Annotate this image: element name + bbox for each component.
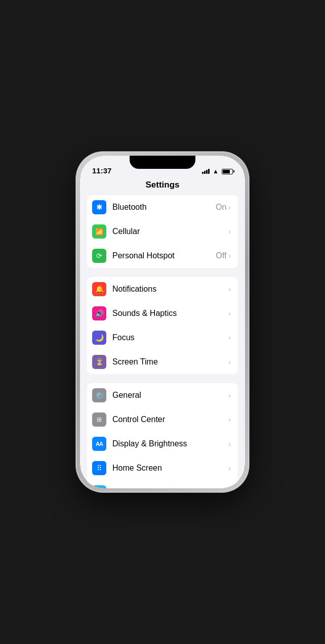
settings-item-home-screen[interactable]: ⠿ Home Screen › [87,456,238,480]
accessibility-label: Accessibility [112,488,228,488]
settings-scroll[interactable]: ✱ Bluetooth On › 📶 Cellular › [80,195,245,488]
chevron-icon: › [228,285,231,293]
chevron-icon: › [228,252,231,260]
signal-icon [202,169,210,174]
chevron-icon: › [228,440,231,448]
phone-inner: 11:37 ▲ Settings [80,156,245,488]
settings-item-accessibility[interactable]: ♿ Accessibility › [87,480,238,488]
chevron-icon: › [228,309,231,317]
notifications-group: 🔔 Notifications › 🔊 Sounds & Haptics › [80,277,245,374]
accessibility-icon: ♿ [92,485,106,488]
chevron-icon: › [228,227,231,236]
settings-item-display[interactable]: AA Display & Brightness › [87,432,238,456]
wifi-icon: ▲ [213,168,219,175]
notch [130,156,195,169]
status-bar: 11:37 ▲ [80,156,245,178]
settings-item-hotspot[interactable]: ⟳ Personal Hotspot Off › [87,244,238,268]
settings-item-screen-time[interactable]: ⏳ Screen Time › [87,350,238,374]
chevron-icon: › [228,416,231,424]
chevron-icon: › [228,464,231,472]
chevron-icon: › [228,203,231,211]
display-icon: AA [92,437,106,451]
hotspot-icon: ⟳ [92,249,106,263]
screen: 11:37 ▲ Settings [80,156,245,488]
connectivity-list: ✱ Bluetooth On › 📶 Cellular › [87,195,238,268]
notifications-icon: 🔔 [92,282,106,296]
home-screen-label: Home Screen [112,464,228,473]
settings-item-control-center[interactable]: ⊞ Control Center › [87,407,238,432]
settings-item-cellular[interactable]: 📶 Cellular › [87,219,238,244]
battery-fill [223,170,230,173]
general-label: General [112,391,228,400]
phone-frame: 11:37 ▲ Settings [76,152,249,492]
battery-icon [222,169,233,174]
settings-item-bluetooth[interactable]: ✱ Bluetooth On › [87,195,238,219]
status-time: 11:37 [92,166,111,175]
hotspot-label: Personal Hotspot [112,251,216,260]
sounds-label: Sounds & Haptics [112,309,228,318]
nav-header: Settings [80,178,245,195]
cellular-label: Cellular [112,227,228,236]
status-icons: ▲ [202,168,233,175]
focus-icon: 🌙 [92,331,106,345]
notifications-list: 🔔 Notifications › 🔊 Sounds & Haptics › [87,277,238,374]
bluetooth-label: Bluetooth [112,203,216,212]
display-group: ⚙️ General › ⊞ Control Center › [80,383,245,488]
notifications-label: Notifications [112,285,228,294]
chevron-icon: › [228,391,231,399]
settings-item-sounds[interactable]: 🔊 Sounds & Haptics › [87,301,238,326]
bluetooth-icon: ✱ [92,200,106,214]
display-list: ⚙️ General › ⊞ Control Center › [87,383,238,488]
cellular-icon: 📶 [92,224,106,239]
control-center-label: Control Center [112,415,228,424]
bluetooth-value: On [216,203,226,212]
sounds-icon: 🔊 [92,306,106,320]
focus-label: Focus [112,333,228,342]
display-label: Display & Brightness [112,439,228,448]
chevron-icon: › [228,334,231,342]
connectivity-group: ✱ Bluetooth On › 📶 Cellular › [80,195,245,268]
chevron-icon: › [228,358,231,366]
home-screen-icon: ⠿ [92,461,106,475]
control-center-icon: ⊞ [92,412,106,427]
settings-item-general[interactable]: ⚙️ General › [87,383,238,407]
settings-item-notifications[interactable]: 🔔 Notifications › [87,277,238,301]
screen-time-label: Screen Time [112,357,228,366]
screen-time-icon: ⏳ [92,355,106,369]
page-title: Settings [145,180,179,190]
general-icon: ⚙️ [92,388,106,402]
settings-item-focus[interactable]: 🌙 Focus › [87,326,238,350]
hotspot-value: Off [216,251,226,260]
